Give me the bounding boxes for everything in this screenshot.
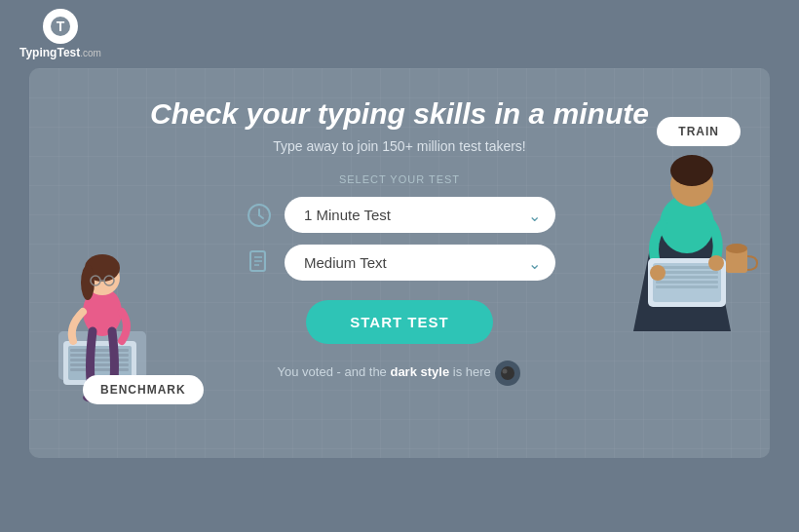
logo-icon: T: [43, 9, 78, 44]
svg-point-11: [501, 366, 514, 380]
card-title: Check your typing skills in a minute: [150, 97, 649, 131]
main-card: Check your typing skills in a minute Typ…: [29, 68, 770, 458]
document-icon: [244, 247, 275, 279]
logo[interactable]: T TypingTest.com: [19, 9, 101, 59]
svg-point-12: [503, 369, 508, 374]
start-test-button[interactable]: START TEST: [306, 300, 492, 344]
footer-bold-text: dark style: [390, 364, 449, 379]
text-dropdown-wrapper: Easy Text Medium Text Hard Text ⌄: [285, 245, 555, 281]
time-dropdown-wrapper: 1 Minute Test 2 Minute Test 3 Minute Tes…: [285, 197, 555, 233]
clock-icon: [244, 200, 275, 231]
card-content: Check your typing skills in a minute Typ…: [49, 97, 750, 392]
time-dropdown[interactable]: 1 Minute Test 2 Minute Test 3 Minute Tes…: [285, 197, 555, 233]
footer-post-text: is here: [449, 364, 491, 379]
dark-mode-toggle[interactable]: [494, 360, 521, 387]
dark-style-notice: You voted - and the dark style is here: [278, 360, 522, 387]
dropdowns-container: 1 Minute Test 2 Minute Test 3 Minute Tes…: [244, 197, 555, 281]
text-dropdown-row: Easy Text Medium Text Hard Text ⌄: [244, 245, 555, 281]
footer-pre-text: You voted - and the: [278, 364, 391, 379]
time-dropdown-row: 1 Minute Test 2 Minute Test 3 Minute Tes…: [244, 197, 555, 233]
svg-text:T: T: [57, 19, 65, 34]
text-dropdown[interactable]: Easy Text Medium Text Hard Text: [285, 245, 555, 281]
svg-line-5: [259, 215, 263, 218]
header: T TypingTest.com: [0, 0, 799, 68]
logo-text: TypingTest.com: [19, 46, 101, 59]
select-label: SELECT YOUR TEST: [339, 173, 460, 185]
card-subtitle: Type away to join 150+ million test take…: [273, 138, 526, 154]
